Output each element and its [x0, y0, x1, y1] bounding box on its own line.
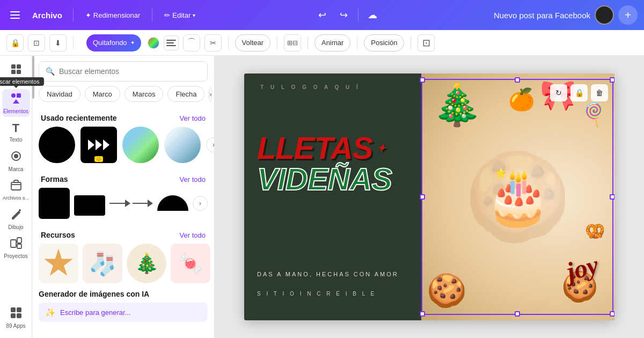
apps-label: 89 Apps: [6, 323, 25, 329]
resource-snowflake-cookie[interactable]: [39, 244, 78, 283]
logo-placeholder: T U L O G O A Q U Í: [260, 84, 361, 90]
sidebar-item-proyectos[interactable]: Proyectos: [2, 234, 30, 262]
resource-candy-cup[interactable]: 🍬: [171, 244, 210, 283]
star-decoration: ⭐: [495, 167, 507, 179]
editar-button[interactable]: ✏ Editar ▾: [159, 9, 201, 21]
recent-item-landscape2[interactable]: [164, 127, 201, 163]
filter-marcos[interactable]: Marcos: [125, 86, 164, 102]
main-layout: Diseño Buscar elementos Elementos T Text…: [0, 56, 644, 338]
undo-button[interactable]: ↩: [313, 5, 332, 25]
crown-badge: 👑: [94, 156, 103, 162]
shape-arrow-line[interactable]: [109, 188, 153, 219]
avatar[interactable]: [595, 5, 614, 25]
resources-title: Recursos: [41, 231, 75, 239]
redimensionar-button[interactable]: ✦ Redimensionar: [80, 9, 145, 21]
toolbar: 🔒 ⊡ ⬇ Quitafondo ✦ ⌒ ✂ Voltear ⊞⊟ Animar…: [0, 30, 644, 56]
redo-button[interactable]: ↪: [334, 5, 354, 25]
chevron-down-icon: ▾: [193, 12, 195, 18]
toolbar-sep-6: [411, 36, 411, 49]
search-box[interactable]: 🔍: [39, 61, 208, 82]
resources-see-all[interactable]: Ver todo: [180, 231, 206, 239]
stocking-icon: 🧦: [89, 251, 116, 277]
archivos-label: Archivos s...: [3, 195, 29, 201]
canvas-area: T U L O G O A Q U Í LLETAS ✦ VIDEÑAS DAS…: [215, 56, 644, 338]
svg-rect-9: [11, 182, 21, 190]
animar-button[interactable]: Animar: [314, 34, 350, 52]
lock-button[interactable]: 🔒: [6, 34, 24, 52]
sidebar-item-dibujo[interactable]: Dibujo: [2, 205, 30, 233]
resources-items: 🧦 🎄 🍬 ›: [32, 244, 214, 290]
shape-half-circle[interactable]: [157, 188, 188, 219]
pretzel-element: 🥨: [585, 222, 605, 240]
recent-item-landscape1[interactable]: [122, 127, 159, 163]
main-text-area: LLETAS ✦ VIDEÑAS: [257, 133, 392, 195]
filter-marco[interactable]: Marco: [85, 86, 120, 102]
color-picker-button[interactable]: [148, 37, 159, 49]
svg-point-10: [19, 209, 21, 211]
svg-point-4: [11, 93, 16, 98]
menu-button[interactable]: [6, 6, 24, 24]
recent-item-circle[interactable]: [39, 127, 75, 163]
shape-black-square[interactable]: [39, 188, 70, 219]
recent-item-arrows[interactable]: 👑: [80, 127, 117, 163]
elements-panel: 🔍 Navidad Marco Marcos Flecha › Usado re…: [32, 56, 215, 338]
lines-icon: [166, 40, 176, 46]
generator-bar[interactable]: ✨ Escribe para generar...: [39, 303, 208, 322]
shapes-scroll-right[interactable]: ›: [193, 196, 208, 211]
generator-title: Generador de imágenes con IA: [39, 290, 208, 298]
svg-rect-11: [11, 240, 16, 247]
used-recently-header: Usado recientemente Ver todo: [32, 108, 214, 127]
svg-rect-14: [11, 307, 16, 312]
shapes-see-all[interactable]: Ver todo: [180, 175, 206, 183]
filter-tags-scroll-right[interactable]: ›: [209, 87, 212, 102]
archivo-menu[interactable]: Archivo: [28, 9, 67, 22]
voltear-button[interactable]: Voltear: [235, 34, 270, 52]
sidebar-item-apps[interactable]: 89 Apps: [2, 302, 30, 334]
xmas-photo-area: 🍪 🎄 🎀 🎂 🍪 🍪 🍊 🍭 joy ⭐: [421, 74, 614, 320]
shapes-items: ›: [32, 188, 214, 225]
canvas-card[interactable]: T U L O G O A Q U Í LLETAS ✦ VIDEÑAS DAS…: [244, 74, 614, 320]
recent-scroll-right[interactable]: ›: [206, 137, 214, 152]
sidebar-item-texto[interactable]: T Texto: [2, 118, 30, 146]
dibujo-label: Dibujo: [8, 224, 23, 230]
search-icon: 🔍: [46, 67, 55, 76]
posicion-button[interactable]: Posición: [364, 34, 404, 52]
archivos-icon: [10, 179, 22, 194]
more-options-button[interactable]: ⊡: [418, 34, 435, 52]
text-icon: T: [12, 121, 19, 135]
cloud-save-button[interactable]: ☁: [363, 5, 382, 25]
svg-rect-12: [17, 238, 21, 243]
nav-separator-3: [358, 9, 358, 21]
tooltip-elementos: Buscar elementos: [0, 77, 44, 86]
share-button[interactable]: +: [618, 5, 638, 25]
resource-gingerbread-circle[interactable]: 🎄: [127, 244, 166, 283]
crop-button[interactable]: ✂: [204, 34, 222, 52]
shapes-title: Formas: [41, 175, 68, 183]
filter-navidad[interactable]: Navidad: [39, 86, 80, 102]
resize-icon: ✦: [85, 11, 91, 19]
copy-element-button[interactable]: ⊡: [28, 34, 45, 52]
shape-black-rect[interactable]: [74, 195, 105, 216]
quitafondo-button[interactable]: Quitafondo ✦: [86, 34, 141, 52]
svg-marker-6: [13, 99, 19, 104]
design-icon: [10, 63, 22, 78]
search-input[interactable]: [59, 67, 201, 76]
resource-stocking[interactable]: 🧦: [83, 244, 122, 283]
download-element-button[interactable]: ⬇: [49, 34, 67, 52]
sidebar-item-marca[interactable]: Marca: [2, 147, 30, 175]
marca-label: Marca: [9, 166, 24, 172]
sidebar-item-archivos[interactable]: Archivos s...: [2, 176, 30, 204]
panel-content: Usado recientemente Ver todo 👑: [32, 106, 214, 338]
used-recently-see-all[interactable]: Ver todo: [180, 114, 206, 122]
elementos-icon: [10, 92, 22, 107]
filter-flecha[interactable]: Flecha: [167, 86, 204, 102]
filter-tags-row: Navidad Marco Marcos Flecha ›: [32, 86, 214, 106]
lines-style-button[interactable]: [164, 35, 179, 50]
used-recently-items: 👑 ›: [32, 127, 214, 170]
arrows-shape: [88, 139, 109, 150]
sidebar-item-elementos[interactable]: Buscar elementos Elementos: [2, 89, 30, 117]
grid-button[interactable]: ⊞⊟: [284, 34, 301, 52]
generator-input-hint: Escribe para generar...: [60, 308, 131, 317]
curve-button[interactable]: ⌒: [183, 34, 200, 52]
dibujo-icon: [10, 208, 22, 223]
